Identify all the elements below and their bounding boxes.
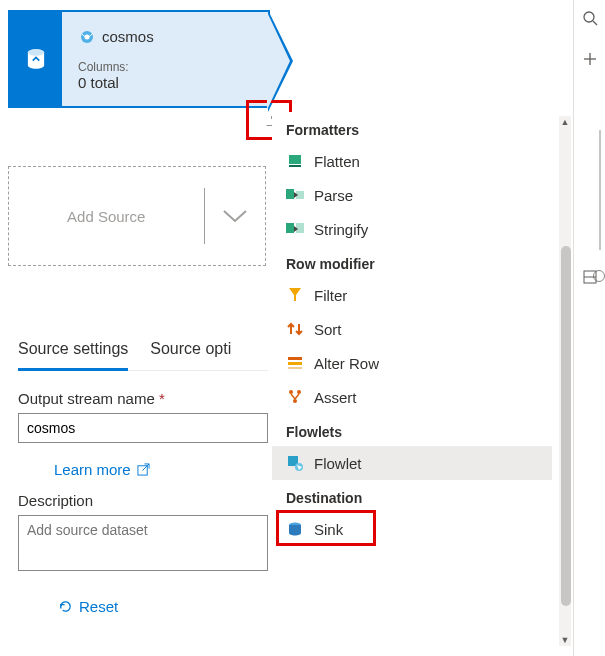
menu-item-label: Sort	[314, 321, 342, 338]
menu-item-label: Sink	[314, 521, 343, 538]
svg-point-26	[297, 390, 301, 394]
output-stream-label: Output stream name *	[18, 390, 268, 407]
add-source-box[interactable]: Add Source	[8, 166, 266, 266]
sink-icon	[286, 520, 304, 538]
menu-section-formatters: Formatters	[272, 112, 552, 144]
tab-source-options[interactable]: Source opti	[150, 332, 231, 370]
menu-item-stringify[interactable]: Stringify	[272, 212, 552, 246]
menu-item-label: Stringify	[314, 221, 368, 238]
menu-item-sink[interactable]: Sink	[272, 512, 552, 546]
parse-icon	[286, 186, 304, 204]
reset-icon	[58, 599, 73, 614]
menu-item-flatten[interactable]: Flatten	[272, 144, 552, 178]
source-tabs: Source settings Source opti	[18, 332, 268, 371]
menu-section-destination: Destination	[272, 480, 552, 512]
stringify-icon	[286, 220, 304, 238]
scroll-down-arrow[interactable]: ▼	[559, 634, 571, 646]
svg-rect-22	[288, 357, 302, 360]
sort-icon	[286, 320, 304, 338]
tab-source-settings[interactable]: Source settings	[18, 332, 128, 371]
svg-marker-19	[289, 288, 301, 301]
add-step-plus-icon: _ˈ	[267, 115, 272, 126]
svg-line-28	[291, 394, 295, 399]
add-source-dropdown[interactable]	[205, 208, 265, 224]
svg-line-10	[142, 464, 149, 471]
svg-rect-11	[289, 155, 301, 164]
menu-item-label: Alter Row	[314, 355, 379, 372]
svg-line-29	[295, 394, 299, 399]
svg-point-27	[293, 399, 297, 403]
add-source-label: Add Source	[9, 208, 204, 225]
cosmos-icon	[78, 28, 96, 46]
external-link-icon	[137, 463, 150, 476]
svg-rect-13	[286, 189, 294, 199]
menu-section-row-modifier: Row modifier	[272, 246, 552, 278]
menu-item-label: Flatten	[314, 153, 360, 170]
chevron-down-icon	[221, 208, 249, 224]
menu-item-assert[interactable]: Assert	[272, 380, 552, 414]
menu-section-flowlets: Flowlets	[272, 414, 552, 446]
menu-item-label: Flowlet	[314, 455, 362, 472]
filter-icon	[286, 286, 304, 304]
description-label: Description	[18, 492, 268, 509]
menu-item-alter-row[interactable]: Alter Row	[272, 346, 552, 380]
menu-item-label: Filter	[314, 287, 347, 304]
menu-item-parse[interactable]: Parse	[272, 178, 552, 212]
source-node-type-icon	[10, 12, 62, 106]
flowlet-icon	[286, 454, 304, 472]
description-textarea[interactable]	[18, 515, 268, 571]
alter-row-icon	[286, 354, 304, 372]
reset-button[interactable]: Reset	[58, 598, 118, 615]
learn-more-link[interactable]: Learn more	[54, 461, 150, 478]
source-node-cosmos[interactable]: cosmos Columns: 0 total	[8, 10, 270, 108]
source-node-title: cosmos	[102, 28, 154, 45]
menu-item-sort[interactable]: Sort	[272, 312, 552, 346]
source-settings-form: Output stream name * Learn more Descript…	[18, 390, 268, 617]
transformation-menu: Formatters Flatten Parse Stringify Row m…	[272, 112, 552, 652]
output-stream-input[interactable]	[18, 413, 268, 443]
source-node-columns-label: Columns:	[78, 60, 258, 74]
menu-item-label: Parse	[314, 187, 353, 204]
menu-item-flowlet[interactable]: Flowlet	[272, 446, 552, 480]
svg-rect-24	[288, 367, 302, 369]
svg-rect-23	[288, 362, 302, 365]
flatten-icon	[286, 152, 304, 170]
svg-rect-17	[296, 223, 304, 233]
assert-icon	[286, 388, 304, 406]
svg-point-25	[289, 390, 293, 394]
menu-item-filter[interactable]: Filter	[272, 278, 552, 312]
source-node-columns-count: 0 total	[78, 74, 258, 91]
svg-point-6	[28, 49, 44, 56]
menu-item-label: Assert	[314, 389, 357, 406]
svg-rect-16	[286, 223, 294, 233]
svg-rect-12	[289, 165, 301, 167]
